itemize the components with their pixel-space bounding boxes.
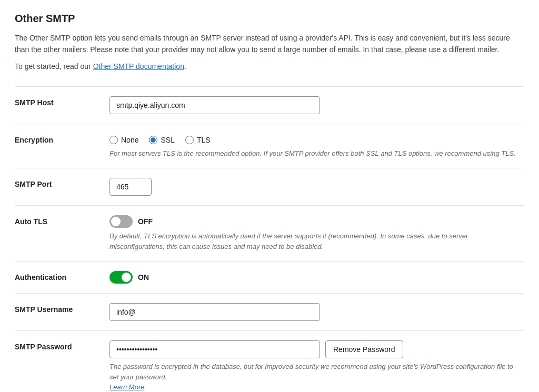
- doc-link[interactable]: Other SMTP documentation: [93, 62, 184, 71]
- encryption-label: Encryption: [15, 136, 53, 144]
- smtp-port-label: SMTP Port: [15, 180, 52, 188]
- smtp-password-hint: The password is encrypted in the databas…: [109, 361, 519, 392]
- page-description: The Other SMTP option lets you send emai…: [15, 32, 524, 56]
- settings-form: SMTP Host Encryption None: [15, 86, 524, 392]
- learn-more-link[interactable]: Learn More: [109, 383, 144, 391]
- smtp-username-label: SMTP Username: [15, 305, 73, 314]
- authentication-slider: [109, 271, 133, 284]
- encryption-hint: For most servers TLS is the recommended …: [109, 148, 519, 159]
- password-input-row: Remove Password: [109, 340, 519, 358]
- doc-link-row: To get started, read our Other SMTP docu…: [15, 62, 524, 71]
- radio-ssl[interactable]: SSL: [149, 136, 174, 144]
- smtp-host-row: SMTP Host: [15, 86, 524, 124]
- radio-none[interactable]: None: [109, 136, 138, 144]
- smtp-host-input[interactable]: [109, 96, 320, 114]
- radio-tls[interactable]: TLS: [185, 136, 211, 144]
- radio-tls-label: TLS: [197, 136, 211, 144]
- radio-ssl-label: SSL: [161, 136, 174, 144]
- radio-ssl-input[interactable]: [149, 136, 157, 144]
- authentication-label: Authentication: [15, 273, 66, 282]
- radio-tls-input[interactable]: [185, 136, 194, 144]
- smtp-port-input[interactable]: [109, 178, 152, 196]
- remove-password-button[interactable]: Remove Password: [325, 340, 403, 358]
- auto-tls-label: Auto TLS: [15, 217, 47, 226]
- authentication-row: Authentication ON: [15, 262, 524, 294]
- authentication-state: ON: [138, 273, 149, 282]
- auto-tls-state: OFF: [138, 217, 153, 226]
- authentication-toggle-row: ON: [109, 271, 519, 284]
- authentication-toggle[interactable]: [109, 271, 133, 284]
- auto-tls-slider: [109, 215, 133, 228]
- radio-none-input[interactable]: [109, 136, 118, 144]
- page-title: Other SMTP: [15, 13, 524, 25]
- encryption-radio-group: None SSL TLS: [109, 134, 519, 144]
- smtp-username-row: SMTP Username: [15, 294, 524, 331]
- smtp-port-row: SMTP Port: [15, 168, 524, 206]
- auto-tls-toggle-row: OFF: [109, 215, 519, 228]
- smtp-username-input[interactable]: [109, 303, 320, 321]
- radio-none-label: None: [121, 136, 138, 144]
- smtp-password-label: SMTP Password: [15, 343, 72, 351]
- smtp-password-row: SMTP Password Remove Password The passwo…: [15, 331, 524, 392]
- auto-tls-toggle[interactable]: [109, 215, 133, 228]
- smtp-host-label: SMTP Host: [15, 98, 54, 107]
- auto-tls-hint: By default, TLS encryption is automatica…: [109, 231, 519, 252]
- smtp-password-input[interactable]: [109, 340, 320, 358]
- encryption-row: Encryption None SSL: [15, 124, 524, 168]
- auto-tls-row: Auto TLS OFF By default, TLS encryption …: [15, 206, 524, 262]
